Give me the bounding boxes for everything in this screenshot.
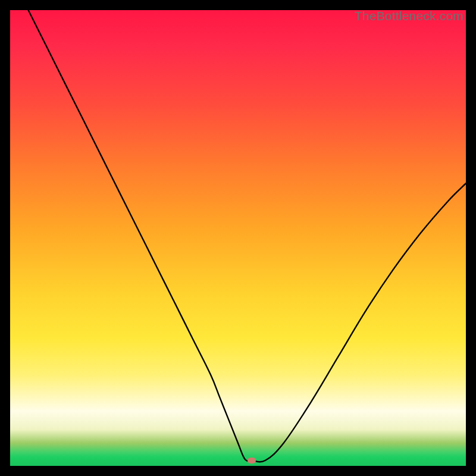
minimum-marker — [248, 458, 256, 464]
plot-area: TheBottleneck.com — [10, 10, 466, 466]
bottleneck-curve — [10, 10, 466, 466]
chart-frame: TheBottleneck.com — [0, 0, 476, 476]
